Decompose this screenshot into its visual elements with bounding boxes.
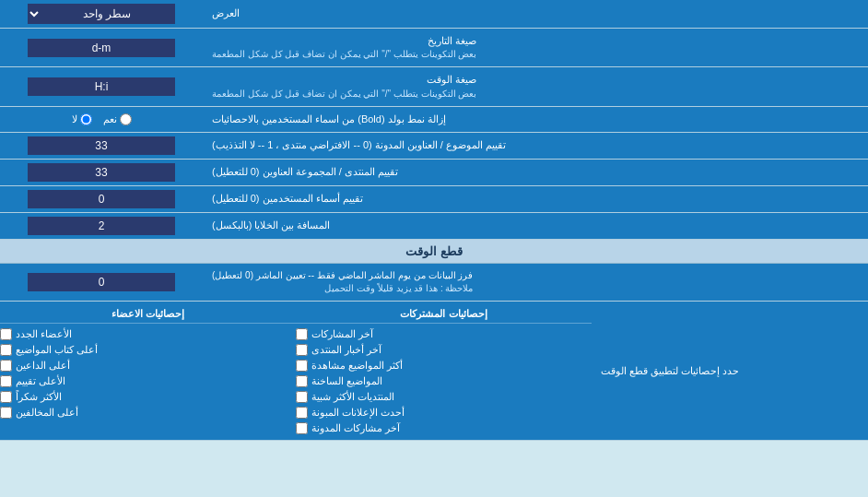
filter-label: فرز البيانات من يوم الماشر الماضي فقط --… — [212, 269, 473, 282]
page-title: العرض — [212, 6, 240, 20]
forum-sort-label-cell: تقييم المنتدى / المجموعة العناوين (0 للت… — [203, 160, 868, 185]
dropdown-cell[interactable]: سطر واحد سطران ثلاثة أسطر — [0, 0, 203, 28]
cell-space-input-cell[interactable]: 2 — [0, 213, 203, 239]
checkbox-most-viewed[interactable]: أكثر المواضيع مشاهدة — [296, 358, 592, 373]
filter-input[interactable]: 0 — [28, 273, 175, 291]
radio-no[interactable] — [80, 113, 92, 125]
forum-sort-label: تقييم المنتدى / المجموعة العناوين (0 للت… — [212, 165, 398, 179]
date-format-label: صيغة التاريخ — [212, 34, 476, 48]
checkbox-blog-posts-input[interactable] — [296, 422, 308, 434]
display-select[interactable]: سطر واحد سطران ثلاثة أسطر — [28, 4, 175, 24]
checkbox-most-thanked[interactable]: الأكثر شكراً — [0, 389, 296, 405]
forum-sort-input[interactable]: 33 — [28, 163, 175, 182]
checkbox-top-violators-input[interactable] — [0, 407, 12, 419]
checkbox-hot-topics-input[interactable] — [296, 375, 308, 387]
date-format-input[interactable]: d-m — [28, 39, 175, 57]
checkbox-most-viewed-input[interactable] — [296, 360, 308, 372]
checkbox-similar-forums-input[interactable] — [296, 391, 308, 403]
checkbox-announcements-input[interactable] — [296, 407, 308, 419]
bold-remove-label: إزالة نمط بولد (Bold) من اسماء المستخدمي… — [212, 112, 446, 126]
cutoff-section-header: قطع الوقت — [0, 240, 868, 264]
checkbox-forum-news-input[interactable] — [296, 344, 308, 356]
cell-space-input[interactable]: 2 — [28, 217, 175, 235]
forum-sort-input-cell[interactable]: 33 — [0, 160, 203, 185]
checkbox-new-members-input[interactable] — [0, 328, 12, 340]
filter-input-cell[interactable]: 0 — [0, 264, 203, 301]
checkbox-blog-posts[interactable]: آخر مشاركات المدونة — [296, 420, 592, 436]
checkboxes-area: إحصائيات المشتركات آخر المشاركات آخر أخب… — [0, 302, 592, 440]
title-cell: العرض — [203, 0, 868, 28]
bold-remove-row: إزالة نمط بولد (Bold) من اسماء المستخدمي… — [0, 107, 868, 133]
time-format-input-cell[interactable]: H:i — [0, 67, 203, 105]
user-sort-row: تقييم أسماء المستخدمين (0 للتعطيل) 0 — [0, 186, 868, 213]
filter-row: فرز البيانات من يوم الماشر الماضي فقط --… — [0, 264, 868, 302]
checkbox-top-inviters-input[interactable] — [0, 360, 12, 372]
time-format-row: صيغة الوقت بعض التكوينات يتطلب "/" التي … — [0, 67, 868, 106]
checkbox-top-rated[interactable]: الأعلى تقييم — [0, 373, 296, 389]
date-format-sublabel: بعض التكوينات يتطلب "/" التي يمكن ان تضا… — [212, 48, 476, 61]
limit-label-cell: حدد إحصائيات لتطبيق قطع الوقت — [592, 302, 868, 440]
cell-space-row: المسافة بين الخلايا (بالبكسل) 2 — [0, 213, 868, 240]
user-sort-input-cell[interactable]: 0 — [0, 186, 203, 212]
date-format-row: صيغة التاريخ بعض التكوينات يتطلب "/" الت… — [0, 29, 868, 67]
header-row: العرض سطر واحد سطران ثلاثة أسطر — [0, 0, 868, 29]
user-sort-label-cell: تقييم أسماء المستخدمين (0 للتعطيل) — [203, 186, 868, 212]
filter-note: ملاحظة : هذا قد يزيد قليلاً وقت التحميل — [212, 282, 473, 295]
time-format-input[interactable]: H:i — [28, 77, 175, 96]
checkbox-similar-forums[interactable]: المنتديات الأكثر شبية — [296, 389, 592, 405]
topic-sort-input[interactable]: 33 — [28, 136, 175, 155]
forum-sort-row: تقييم المنتدى / المجموعة العناوين (0 للت… — [0, 160, 868, 186]
topic-sort-row: تقييم الموضوع / العناوين المدونة (0 -- ا… — [0, 133, 868, 160]
checkbox-top-inviters[interactable]: أعلى الداعين — [0, 358, 296, 373]
checkbox-new-members[interactable]: الأعضاء الجدد — [0, 326, 296, 342]
bold-remove-radio-cell[interactable]: نعم لا — [0, 107, 203, 132]
topic-sort-input-cell[interactable]: 33 — [0, 133, 203, 159]
checkbox-top-authors[interactable]: أعلى كتاب المواضيع — [0, 342, 296, 358]
time-format-sublabel: بعض التكوينات يتطلب "/" التي يمكن ان تضا… — [212, 88, 476, 101]
col2-header: إحصائيات الاعضاء — [0, 305, 296, 324]
limit-label: حدد إحصائيات لتطبيق قطع الوقت — [601, 365, 739, 377]
topic-sort-label: تقييم الموضوع / العناوين المدونة (0 -- ا… — [212, 138, 506, 152]
filter-label-cell: فرز البيانات من يوم الماشر الماضي فقط --… — [203, 264, 868, 301]
checkbox-forum-news[interactable]: آخر أخبار المنتدى — [296, 342, 592, 358]
topic-sort-label-cell: تقييم الموضوع / العناوين المدونة (0 -- ا… — [203, 133, 868, 159]
checkbox-top-rated-input[interactable] — [0, 375, 12, 387]
checkbox-last-posts-input[interactable] — [296, 328, 308, 340]
radio-yes-label[interactable]: نعم — [103, 113, 132, 125]
checkbox-top-violators[interactable]: أعلى المخالفين — [0, 405, 296, 420]
date-format-label-cell: صيغة التاريخ بعض التكوينات يتطلب "/" الت… — [203, 29, 868, 66]
checkbox-top-authors-input[interactable] — [0, 344, 12, 356]
cutoff-title: قطع الوقت — [405, 244, 463, 258]
cell-space-label: المسافة بين الخلايا (بالبكسل) — [212, 219, 331, 232]
checkbox-hot-topics[interactable]: المواضيع الساخنة — [296, 373, 592, 389]
bold-remove-label-cell: إزالة نمط بولد (Bold) من اسماء المستخدمي… — [203, 107, 868, 132]
checkbox-announcements[interactable]: أحدث الإعلانات المبونة — [296, 405, 592, 420]
checkbox-most-thanked-input[interactable] — [0, 391, 12, 403]
radio-no-label[interactable]: لا — [72, 113, 92, 125]
radio-yes-text: نعم — [103, 113, 117, 125]
checkbox-last-posts[interactable]: آخر المشاركات — [296, 326, 592, 342]
cell-space-label-cell: المسافة بين الخلايا (بالبكسل) — [203, 213, 868, 239]
user-sort-label: تقييم أسماء المستخدمين (0 للتعطيل) — [212, 192, 363, 206]
radio-yes[interactable] — [120, 113, 132, 125]
time-format-label-cell: صيغة الوقت بعض التكوينات يتطلب "/" التي … — [203, 67, 868, 105]
time-format-label: صيغة الوقت — [212, 73, 476, 87]
date-format-input-cell[interactable]: d-m — [0, 29, 203, 66]
checkboxes-row: حدد إحصائيات لتطبيق قطع الوقت إحصائيات ا… — [0, 302, 868, 441]
checkbox-col-1: إحصائيات المشتركات آخر المشاركات آخر أخب… — [296, 305, 592, 436]
radio-no-text: لا — [72, 113, 77, 125]
col1-header: إحصائيات المشتركات — [296, 305, 592, 324]
user-sort-input[interactable]: 0 — [28, 190, 175, 208]
checkbox-col-2: إحصائيات الاعضاء الأعضاء الجدد أعلى كتاب… — [0, 305, 296, 436]
